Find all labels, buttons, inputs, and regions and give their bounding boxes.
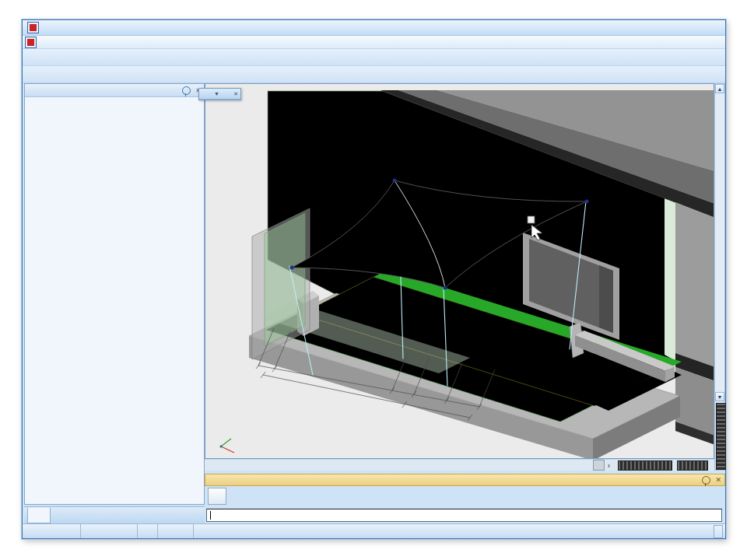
text-caret [210, 511, 211, 520]
command-input-row [205, 506, 725, 523]
glass-pane-green[interactable] [265, 213, 305, 346]
sidebar-tab-strip [24, 506, 205, 523]
app-icon [27, 22, 39, 33]
toolbar-standard [23, 49, 725, 66]
status-bar [23, 523, 725, 538]
scroll-up-icon[interactable]: ▲ [715, 84, 724, 93]
close-icon[interactable]: ✕ [233, 91, 239, 97]
wall-window-reveal [599, 265, 613, 333]
3d-viewport[interactable] [205, 83, 714, 459]
chevron-down-icon[interactable]: ▼ [213, 91, 220, 96]
command-line-header[interactable]: ✕ [205, 474, 725, 486]
ucs-axes [220, 439, 235, 453]
command-line-body [205, 486, 725, 506]
menu-tree-panel: ✕ [24, 83, 205, 505]
viewport-bottom-toolbar: › [205, 459, 714, 471]
command-input[interactable] [206, 509, 722, 522]
right-wall[interactable] [675, 202, 714, 367]
viewport-vertical-scrollbar[interactable]: ▲ ▼ [714, 83, 725, 471]
menubaum-tab[interactable] [27, 508, 51, 523]
scroll-right-icon[interactable]: › [605, 461, 613, 470]
viewport-3d-scene[interactable] [205, 84, 714, 459]
status-segment-1 [23, 524, 81, 538]
status-unit[interactable] [138, 524, 158, 538]
view-palette-header[interactable]: ▼ ✕ [199, 89, 240, 100]
menu-bar [23, 36, 725, 49]
menu-tree-header[interactable]: ✕ [25, 84, 204, 97]
horizontal-scroll-thumb-1[interactable] [618, 460, 672, 471]
ergebnisse-lock-button[interactable] [714, 525, 723, 538]
title-bar[interactable] [23, 20, 725, 36]
menu-tree [25, 97, 204, 504]
close-icon[interactable]: ✕ [715, 476, 721, 484]
status-segment-2 [81, 524, 138, 538]
view-palette: ▼ ✕ [198, 88, 241, 100]
pointer-mode-button[interactable] [208, 488, 226, 505]
app-window: ✕ [22, 19, 726, 539]
menu-app-icon[interactable] [25, 37, 37, 48]
status-plane[interactable] [158, 524, 194, 538]
green-wall-edge [665, 198, 675, 361]
toolbar-tools [23, 66, 725, 83]
pin-icon[interactable] [702, 476, 710, 485]
pin-icon[interactable] [182, 86, 191, 95]
horizontal-scroll-thumb-2[interactable] [677, 460, 708, 471]
scroll-down-icon[interactable]: ▼ [715, 392, 724, 401]
horizontal-scroll-box[interactable] [593, 460, 605, 471]
vertical-scroll-thumb[interactable] [716, 403, 726, 470]
